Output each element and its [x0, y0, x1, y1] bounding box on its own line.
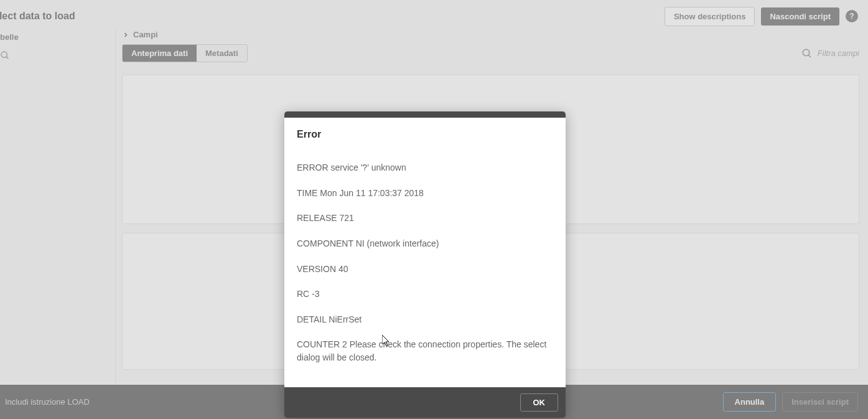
dialog-title: Error: [297, 129, 553, 140]
svg-marker-4: [382, 335, 389, 346]
dialog-body: Error ERROR service '?' unknown TIME Mon…: [284, 118, 566, 387]
cursor-icon: [382, 335, 392, 347]
error-line: RELEASE 721: [297, 212, 553, 224]
dialog-message: ERROR service '?' unknown TIME Mon Jun 1…: [297, 149, 553, 376]
error-line: VERSION 40: [297, 263, 553, 275]
error-line: COMPONENT NI (network interface): [297, 237, 553, 250]
ok-button[interactable]: OK: [520, 393, 559, 412]
error-line: COUNTER 2 Please check the connection pr…: [297, 338, 553, 364]
error-line: RC -3: [297, 288, 553, 300]
error-line: DETAIL NiErrSet: [297, 313, 553, 326]
error-line: TIME Mon Jun 11 17:03:37 2018: [297, 187, 553, 199]
error-dialog: Error ERROR service '?' unknown TIME Mon…: [284, 111, 566, 418]
dialog-footer: OK: [284, 387, 566, 418]
error-line: ERROR service '?' unknown: [297, 161, 553, 174]
